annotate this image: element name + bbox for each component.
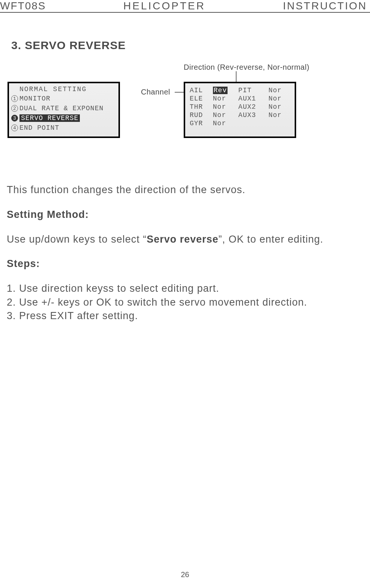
servo-direction: Nor — [268, 86, 291, 94]
servo-direction: Nor — [268, 94, 291, 103]
lcd-menu-item-label: MONITOR — [19, 95, 51, 102]
lcd-menu-item: 1 MONITOR — [9, 94, 118, 104]
table-row: AIL Rev PIT Nor — [189, 86, 291, 94]
servo-channel: RUD — [189, 111, 212, 119]
annotation-direction: Direction (Rev-reverse, Nor-normal) — [184, 63, 309, 72]
lcd-menu-screen: NORMAL SETTING 1 MONITOR 2 DUAL RATE & E… — [7, 82, 120, 138]
servo-channel: AUX3 — [238, 111, 268, 119]
section-title: 3. SERVO REVERSE — [11, 39, 370, 52]
servo-direction: Nor — [212, 111, 238, 119]
page-number: 26 — [0, 570, 370, 579]
lcd-servo-screen: AIL Rev PIT Nor ELE Nor AUX1 Nor THR Nor… — [184, 82, 296, 138]
steps-list: 1. Use direction keyss to select editing… — [7, 282, 365, 322]
table-row: RUD Nor AUX3 Nor — [189, 111, 291, 119]
servo-direction: Rev — [212, 86, 238, 94]
servo-channel — [238, 119, 268, 128]
lcd-menu-item: 3 SERVO REVERSE — [9, 113, 118, 123]
lcd-menu-item-number: 1 — [11, 95, 18, 102]
servo-direction: Nor — [268, 111, 291, 119]
text-fragment: Use up/down keys to select “ — [7, 234, 147, 245]
servo-reverse-table: AIL Rev PIT Nor ELE Nor AUX1 Nor THR Nor… — [189, 86, 291, 128]
lcd-menu-item: 2 DUAL RATE & EXPONEN — [9, 104, 118, 113]
servo-channel: THR — [189, 103, 212, 111]
body-text: This function changes the direction of t… — [0, 183, 370, 323]
table-row: THR Nor AUX2 Nor — [189, 103, 291, 111]
lcd-menu-item-label: SERVO REVERSE — [19, 114, 80, 122]
servo-channel: PIT — [238, 86, 268, 94]
lcd-menu-item: 4 END POINT — [9, 123, 118, 133]
servo-channel: AUX2 — [238, 103, 268, 111]
header-right: INSTRUCTION — [283, 0, 367, 12]
setting-method-text: Use up/down keys to select “Servo revers… — [7, 232, 365, 247]
header-left: WFT08S — [0, 0, 46, 12]
header-bar: WFT08S HELICOPTER INSTRUCTION — [0, 0, 370, 13]
table-row: GYR Nor — [189, 119, 291, 128]
table-row: ELE Nor AUX1 Nor — [189, 94, 291, 103]
servo-direction: Nor — [212, 119, 238, 128]
servo-channel: ELE — [189, 94, 212, 103]
header-center: HELICOPTER — [123, 0, 205, 12]
lcd-menu-title: NORMAL SETTING — [9, 86, 118, 93]
text-fragment-bold: Servo reverse — [147, 234, 219, 245]
servo-channel: AIL — [189, 86, 212, 94]
lcd-menu-item-label: DUAL RATE & EXPONEN — [19, 105, 103, 112]
servo-direction — [268, 119, 291, 128]
lcd-menu-item-label: END POINT — [19, 124, 59, 132]
figures-area: Direction (Rev-reverse, Nor-normal) Chan… — [0, 63, 370, 160]
servo-direction: Nor — [212, 103, 238, 111]
servo-direction: Nor — [268, 103, 291, 111]
setting-method-label: Setting Method: — [7, 208, 365, 222]
list-item: 1. Use direction keyss to select editing… — [7, 282, 365, 295]
steps-label: Steps: — [7, 257, 365, 271]
list-item: 3. Press EXIT after setting. — [7, 309, 365, 322]
servo-direction: Nor — [212, 94, 238, 103]
intro-text: This function changes the direction of t… — [7, 183, 365, 197]
lcd-menu-item-number: 3 — [11, 115, 18, 122]
servo-channel: GYR — [189, 119, 212, 128]
list-item: 2. Use +/- keys or OK to switch the serv… — [7, 296, 365, 309]
text-fragment: ”, OK to enter editing. — [219, 234, 324, 245]
annotation-channel: Channel — [141, 88, 170, 96]
servo-channel: AUX1 — [238, 94, 268, 103]
lcd-menu-item-number: 4 — [11, 124, 18, 131]
lcd-menu-item-number: 2 — [11, 105, 18, 112]
